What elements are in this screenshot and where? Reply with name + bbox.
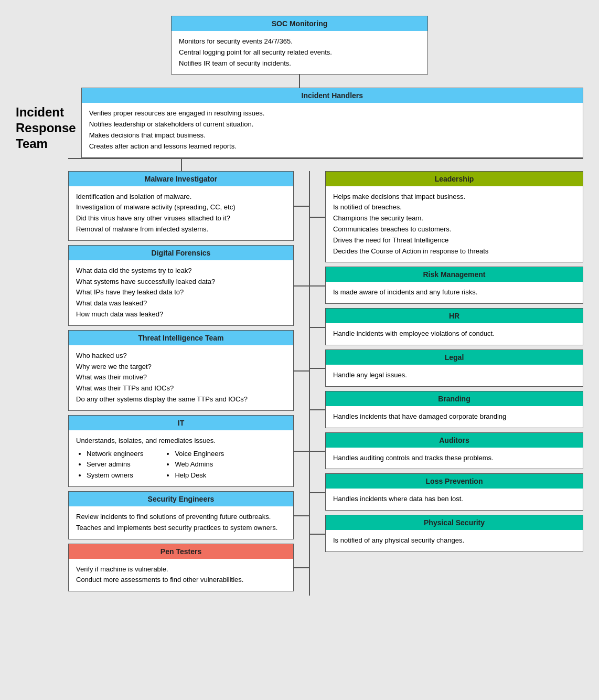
ih-row: Incident Response Team Incident Handlers… <box>16 88 583 157</box>
it-list-col2: Voice Engineers Web Admins Help Desk <box>175 449 224 481</box>
rm-title: Risk Management <box>326 267 583 282</box>
legal-title: Legal <box>326 350 583 365</box>
pen-testers-box: Pen Testers Verify if machine is vulnera… <box>68 544 294 592</box>
it-col2-item2: Web Admins <box>175 459 224 470</box>
branding-title: Branding <box>326 391 583 406</box>
diagram: SOC Monitoring Monitors for security eve… <box>10 10 589 601</box>
auditors-box: Auditors Handles auditing controls and t… <box>325 432 583 470</box>
it-col1-item3: System owners <box>87 470 143 481</box>
legal-box: Legal Handle any legal issues. <box>325 349 583 387</box>
df-line-1: What data did the systems try to leak? <box>76 266 286 277</box>
physical-security-item: Physical Security Is notified of any phy… <box>325 515 583 552</box>
soc-body: Monitors for security events 24/7/365. C… <box>172 31 427 74</box>
right-column: Leadership Helps make decisions that imp… <box>325 171 583 556</box>
ti-line-3: What was their motive? <box>76 372 286 383</box>
security-engineers-box: Security Engineers Review incidents to f… <box>68 491 294 539</box>
pt-body: Verify if machine is vulnerable. Conduct… <box>69 559 293 591</box>
lp-line-1: Handles incidents where data has ben los… <box>333 494 575 505</box>
ti-line-2: Why were we the target? <box>76 362 286 373</box>
threat-intel-box: Threat Intelligence Team Who hacked us? … <box>68 330 294 411</box>
rm-line-1: Is made aware of incidents and any futur… <box>333 287 575 298</box>
malware-line-4: Removal of malware from infected systems… <box>76 224 286 235</box>
soc-box: SOC Monitoring Monitors for security eve… <box>171 16 428 75</box>
branding-body: Handles incidents that have damaged corp… <box>326 406 583 428</box>
leadership-title: Leadership <box>326 172 583 186</box>
soc-title: SOC Monitoring <box>172 16 427 31</box>
se-title: Security Engineers <box>69 492 293 506</box>
lp-title: Loss Prevention <box>326 474 583 489</box>
soc-line-2: Central logging point for all security r… <box>179 47 420 58</box>
center-v-line <box>181 158 182 171</box>
security-engineers-item: Security Engineers Review incidents to f… <box>68 491 294 539</box>
leadership-item: Leadership Helps make decisions that imp… <box>325 171 583 263</box>
risk-management-box: Risk Management Is made aware of inciden… <box>325 267 583 304</box>
df-line-5: How much data was leaked? <box>76 309 286 320</box>
ti-body: Who hacked us? Why were we the target? W… <box>69 345 293 410</box>
loss-prevention-box: Loss Prevention Handles incidents where … <box>325 473 583 511</box>
it-intro: Understands, isolates, and remediates is… <box>76 436 286 447</box>
df-line-3: What IPs have they leaked data to? <box>76 287 286 298</box>
malware-line-3: Did this virus have any other viruses at… <box>76 213 286 224</box>
pen-testers-item: Pen Testers Verify if machine is vulnera… <box>68 544 294 592</box>
center-divider <box>294 171 325 596</box>
df-body: What data did the systems try to leak? W… <box>69 260 293 325</box>
pt-line-1: Verify if machine is vulnerable. <box>76 564 286 575</box>
hr-box: HR Handle incidents with employee violat… <box>325 308 583 345</box>
ti-title: Threat Intelligence Team <box>69 331 293 345</box>
malware-line-1: Identification and isolation of malware. <box>76 192 286 203</box>
branding-item: Branding Handles incidents that have dam… <box>325 391 583 428</box>
it-col1-item2: Server admins <box>87 459 143 470</box>
ti-line-5: Do any other systems display the same TT… <box>76 394 286 405</box>
soc-section: SOC Monitoring Monitors for security eve… <box>16 16 583 88</box>
incident-handlers-box: Incident Handlers Verifies proper resour… <box>81 88 583 157</box>
legal-body: Handle any legal issues. <box>326 365 583 386</box>
malware-line-2: Investigation of malware activity (sprea… <box>76 202 286 213</box>
soc-line-3: Notifies IR team of security incidents. <box>179 58 420 69</box>
auditors-line-1: Handles auditing controls and tracks the… <box>333 453 575 464</box>
lead-line-6: Decides the Course of Action in response… <box>333 246 575 257</box>
left-h-line <box>68 158 181 159</box>
df-line-4: What data was leaked? <box>76 298 286 309</box>
it-title: IT <box>69 416 293 430</box>
ih-body: Verifies proper resources are engaged in… <box>82 103 583 157</box>
hr-line-1: Handle incidents with employee violation… <box>333 328 575 340</box>
it-body: Understands, isolates, and remediates is… <box>69 430 293 486</box>
soc-connector-line <box>299 75 300 88</box>
df-line-2: What systems have successfully leaked da… <box>76 277 286 288</box>
it-col1-item1: Network engineers <box>87 449 143 460</box>
lead-line-5: Drives the need for Threat Intelligence <box>333 235 575 246</box>
auditors-title: Auditors <box>326 433 583 448</box>
ps-body: Is notified of any physical security cha… <box>326 530 583 551</box>
left-column: Malware Investigator Identification and … <box>68 171 294 596</box>
ti-line-4: What was their TTPs and IOCs? <box>76 383 286 394</box>
lp-body: Handles incidents where data has ben los… <box>326 489 583 510</box>
it-col2-item1: Voice Engineers <box>175 449 224 460</box>
ih-line-2: Notifies leadership or stakeholders of c… <box>89 119 575 130</box>
ih-to-columns-connector <box>16 158 583 171</box>
right-h-line <box>182 158 583 159</box>
lead-line-4: Communicates breaches to customers. <box>333 224 575 235</box>
physical-security-box: Physical Security Is notified of any phy… <box>325 515 583 552</box>
hr-body: Handle incidents with employee violation… <box>326 323 583 345</box>
leadership-body: Helps make decisions that impact busines… <box>326 186 583 262</box>
pt-title: Pen Testers <box>69 544 293 559</box>
malware-title: Malware Investigator <box>69 172 293 186</box>
digital-forensics-box: Digital Forensics What data did the syst… <box>68 245 294 326</box>
ih-line-1: Verifies proper resources are engaged in… <box>89 108 575 119</box>
se-line-2: Teaches and implements best security pra… <box>76 523 286 534</box>
hr-title: HR <box>326 309 583 323</box>
auditors-item: Auditors Handles auditing controls and t… <box>325 432 583 470</box>
soc-line-1: Monitors for security events 24/7/365. <box>179 36 420 47</box>
rm-body: Is made aware of incidents and any futur… <box>326 282 583 303</box>
loss-prevention-item: Loss Prevention Handles incidents where … <box>325 473 583 511</box>
malware-body: Identification and isolation of malware.… <box>69 186 293 240</box>
ir-team-label: Incident Response Team <box>16 94 81 152</box>
it-col2-item3: Help Desk <box>175 470 224 481</box>
legal-item: Legal Handle any legal issues. <box>325 349 583 387</box>
malware-box: Malware Investigator Identification and … <box>68 171 294 241</box>
legal-line-1: Handle any legal issues. <box>333 370 575 381</box>
it-box: IT Understands, isolates, and remediates… <box>68 415 294 487</box>
malware-investigator-item: Malware Investigator Identification and … <box>68 171 294 241</box>
ti-line-1: Who hacked us? <box>76 351 286 362</box>
se-line-1: Review incidents to find solutions of pr… <box>76 512 286 523</box>
